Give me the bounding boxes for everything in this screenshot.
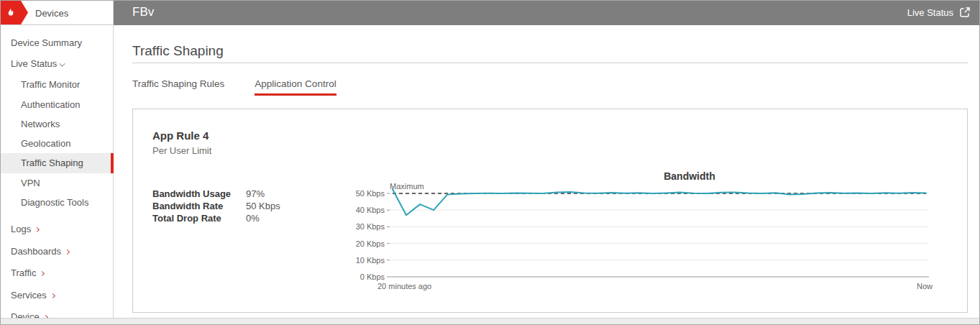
sidebar-item-label: Traffic Monitor [21,79,80,90]
tab-application-control[interactable]: Application Control [255,78,336,96]
sidebar-item-label: VPN [21,178,40,188]
sidebar-item-networks[interactable]: Networks [1,119,114,130]
sidebar-item-live-status[interactable]: Live Status [1,58,114,70]
chevron-right-icon [50,293,55,298]
y-axis-label-0: 0 Kbps [329,271,385,283]
stat-value: 50 Kbps [246,200,280,212]
sidebar-item-label: Live Status [11,58,57,69]
page-title: Traffic Shaping [132,43,224,59]
page-title-divider [132,63,968,63]
sidebar-item-label: Authentication [21,99,80,110]
sidebar-item-label: Device Summary [11,37,82,48]
sidebar-item-traffic-monitor[interactable]: Traffic Monitor [1,79,114,91]
stat-value: 0% [246,212,260,224]
tab-bar: Traffic Shaping Rules Application Contro… [132,78,336,96]
y-axis-label-10: 10 Kbps [329,255,385,266]
sidebar-item-device-summary[interactable]: Device Summary [1,37,114,49]
sidebar-item-geolocation[interactable]: Geolocation [1,138,114,150]
stat-row-bandwidth-usage: Bandwidth Usage 97% [152,188,280,200]
device-title: FBv [132,5,154,19]
sidebar-item-label: Logs [11,224,31,234]
stat-row-total-drop-rate: Total Drop Rate 0% [152,212,280,224]
sidebar-header-label: Devices [35,8,68,19]
bandwidth-line [393,189,926,215]
stat-value: 97% [246,188,265,200]
sidebar-item-label: Dashboards [11,246,61,257]
sidebar-item-vpn[interactable]: VPN [1,178,114,189]
sidebar-item-label: Services [11,290,47,301]
bandwidth-chart-svg [387,180,929,280]
sidebar-item-traffic-shaping[interactable]: Traffic Shaping [1,153,114,173]
y-axis-label-20: 20 Kbps [329,238,385,250]
top-header-bar: FBv Live Status [114,1,980,25]
sidebar-item-authentication[interactable]: Authentication [1,99,114,111]
chevron-right-icon [40,271,45,276]
external-link-icon [959,6,971,18]
sidebar-item-dashboards[interactable]: Dashboards [1,246,114,257]
live-status-label: Live Status [907,7,953,18]
sidebar-item-logs[interactable]: Logs [1,224,114,235]
stat-label: Bandwidth Usage [152,188,246,200]
sidebar-item-label: Traffic [11,267,36,278]
rule-subtitle: Per User Limit [152,145,211,156]
sidebar-item-label: Networks [21,119,60,129]
app-rule-card: App Rule 4 Per User Limit Bandwidth Usag… [132,109,968,313]
x-axis-start-label: 20 minutes ago [377,282,431,290]
tab-traffic-shaping-rules[interactable]: Traffic Shaping Rules [132,78,224,96]
sidebar-item-diagnostic-tools[interactable]: Diagnostic Tools [1,197,114,209]
sidebar: Devices Device Summary Live Status Traff… [1,1,114,325]
stat-row-bandwidth-rate: Bandwidth Rate 50 Kbps [152,200,280,212]
stat-label: Total Drop Rate [152,212,246,224]
y-axis-label-30: 30 Kbps [329,221,385,232]
sidebar-item-label: Geolocation [21,138,70,149]
live-status-link[interactable]: Live Status [907,6,971,18]
y-axis-label-40: 40 Kbps [329,204,385,216]
sidebar-item-label: Diagnostic Tools [21,197,88,208]
y-axis-label-50: 50 Kbps [329,188,385,199]
rule-name: App Rule 4 [152,129,209,142]
chevron-down-icon [60,60,65,66]
chevron-right-icon [65,250,70,255]
stat-label: Bandwidth Rate [152,200,246,212]
brand-pennant [1,1,28,24]
chevron-right-icon [35,227,40,232]
sidebar-item-label: Traffic Shaping [21,157,83,168]
app-window: Devices Device Summary Live Status Traff… [0,0,980,325]
sidebar-item-traffic[interactable]: Traffic [1,267,114,279]
horizontal-scrollbar[interactable] [1,318,980,324]
rule-stats: Bandwidth Usage 97% Bandwidth Rate 50 Kb… [152,188,280,224]
x-axis-end-label: Now [861,282,933,290]
sidebar-item-services[interactable]: Services [1,290,114,301]
flame-icon [6,8,15,17]
sidebar-header: Devices [1,1,113,25]
